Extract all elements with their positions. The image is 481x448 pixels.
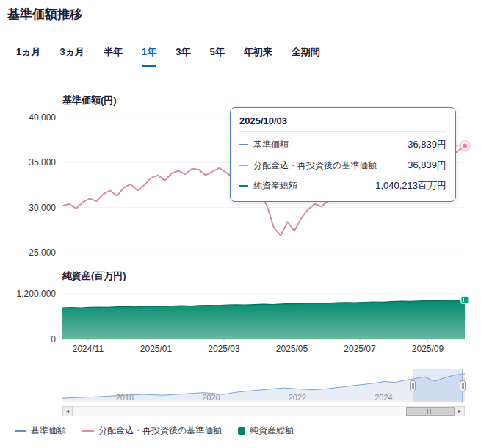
scrollbar-track[interactable] (73, 406, 455, 416)
tab-5years[interactable]: 5年 (210, 46, 225, 67)
legend-label: 基準価額 (31, 424, 66, 437)
y-axis-tick: 1,200,000 (0, 289, 56, 299)
legend-label: 純資産総額 (250, 424, 294, 437)
tooltip-row: 基準価額 36,839円 (239, 134, 446, 155)
tab-all[interactable]: 全期間 (292, 46, 320, 67)
right-arrow-icon: ► (458, 408, 463, 413)
y-axis-tick: 25,000 (0, 248, 56, 258)
x-axis-tick: 2025/03 (191, 344, 257, 354)
tooltip-date: 2025/10/03 (239, 115, 446, 132)
x-axis-tick: 2025/07 (327, 344, 393, 354)
y-axis-tick: 0 (0, 334, 56, 344)
tooltip-row: 分配金込・再投資後の基準価額 36,839円 (239, 155, 446, 176)
navigator-handle-left[interactable] (410, 380, 416, 391)
legend: 基準価額 分配金込・再投資後の基準価額 純資産総額 (15, 424, 294, 437)
x-axis-tick: 2025/09 (395, 344, 461, 354)
tooltip-row: 純資産総額 1,040,213百万円 (239, 176, 446, 196)
navigator-year-label: 2020 (189, 393, 234, 402)
tooltip: 2025/10/03 基準価額 36,839円 分配金込・再投資後の基準価額 3… (230, 107, 456, 202)
tab-1year[interactable]: 1年 (142, 46, 156, 67)
navigator-selection[interactable] (413, 369, 463, 402)
navigator-year-label: 2022 (275, 393, 319, 402)
tab-3years[interactable]: 3年 (176, 46, 190, 67)
tooltip-label: 基準価額 (253, 139, 402, 151)
legend-line-icon (82, 430, 94, 432)
page-title: 基準価額推移 (7, 6, 82, 23)
x-axis-tick: 2025/01 (123, 344, 189, 354)
tooltip-value: 36,839円 (408, 159, 446, 172)
assets-chart-title: 純資産(百万円) (62, 270, 126, 283)
series-dash-icon (239, 165, 248, 166)
tab-ytd[interactable]: 年初来 (244, 46, 272, 67)
grip-icon (463, 383, 464, 389)
y-axis-tick: 30,000 (0, 203, 56, 213)
price-chart-title: 基準価額(円) (62, 94, 117, 107)
tooltip-value: 1,040,213百万円 (375, 179, 446, 192)
y-axis-tick: 40,000 (0, 112, 56, 123)
tab-6months[interactable]: 半年 (104, 46, 123, 67)
series-dash-icon (239, 185, 248, 187)
legend-square-icon (238, 427, 245, 435)
scroll-left-button[interactable]: ◄ (62, 406, 73, 416)
tooltip-label: 純資産総額 (253, 180, 370, 192)
scrollbar-thumb[interactable] (406, 407, 455, 416)
scroll-right-button[interactable]: ► (455, 406, 465, 416)
legend-line-icon (15, 430, 26, 432)
left-arrow-icon: ◄ (65, 408, 70, 413)
tab-1month[interactable]: 1ヵ月 (16, 46, 41, 67)
assets-end-marker (461, 296, 469, 303)
nav-price-trend-panel: 基準価額推移 1ヵ月 3ヵ月 半年 1年 3年 5年 年初来 全期間 基準価額(… (0, 0, 481, 448)
legend-label: 分配金込・再投資後の基準価額 (98, 424, 222, 437)
navigator-year-label: 2024 (362, 393, 406, 402)
navigator-handle-right[interactable] (460, 380, 466, 391)
tooltip-value: 36,839円 (408, 138, 446, 151)
x-axis-tick: 2024/11 (55, 344, 121, 354)
assets-chart-plot[interactable] (62, 290, 465, 345)
navigator-year-label: 2018 (103, 393, 147, 402)
tooltip-label: 分配金込・再投資後の基準価額 (253, 159, 402, 172)
tab-3months[interactable]: 3ヵ月 (60, 46, 85, 67)
grip-icon (412, 383, 413, 389)
series-dash-icon (239, 144, 248, 145)
scrollbar: ◄ ► (62, 406, 465, 416)
legend-item-reinvested[interactable]: 分配金込・再投資後の基準価額 (82, 424, 222, 437)
period-tabs: 1ヵ月 3ヵ月 半年 1年 3年 5年 年初来 全期間 (16, 46, 320, 67)
price-end-marker (462, 143, 468, 149)
legend-item-nav-price[interactable]: 基準価額 (15, 424, 66, 437)
y-axis-tick: 35,000 (0, 157, 56, 167)
legend-item-net-assets[interactable]: 純資産総額 (238, 424, 294, 437)
grip-icon (427, 409, 433, 414)
grip-icon (413, 383, 414, 389)
grip-icon (462, 383, 463, 389)
x-axis-tick: 2025/05 (259, 344, 325, 354)
